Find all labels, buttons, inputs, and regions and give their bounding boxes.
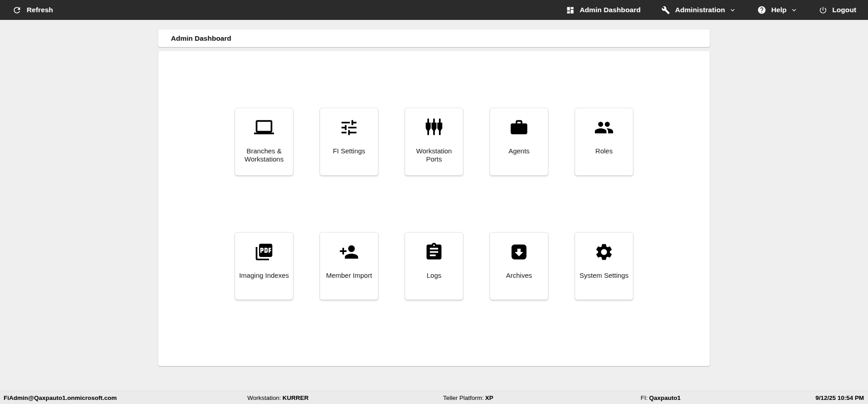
tile-label: FI Settings xyxy=(330,147,368,155)
top-navigation-bar: Refresh Admin Dashboard Administration H… xyxy=(0,0,868,20)
tile-label: Agents xyxy=(506,147,533,155)
clipboard-icon xyxy=(424,242,444,262)
power-icon xyxy=(819,6,827,14)
ports-icon xyxy=(424,118,444,138)
teller-platform-value: XP xyxy=(485,394,493,401)
archive-icon xyxy=(509,242,529,262)
nav-help[interactable]: Help xyxy=(757,5,798,14)
status-bar: FiAdmin@Qaxpauto1.onmicrosoft.com Workst… xyxy=(0,390,868,404)
dashboard-panel: Branches & Workstations FI Settings Work… xyxy=(158,51,710,366)
tile-label: System Settings xyxy=(577,271,631,280)
laptop-icon xyxy=(254,118,274,138)
sliders-icon xyxy=(339,118,359,138)
wrench-icon xyxy=(661,6,670,14)
fi-value: Qaxpauto1 xyxy=(649,394,681,401)
nav-label: Help xyxy=(771,6,787,14)
tile-archives[interactable]: Archives xyxy=(490,232,548,300)
help-icon xyxy=(757,5,766,14)
gear-icon xyxy=(594,242,614,262)
nav-admin-dashboard[interactable]: Admin Dashboard xyxy=(566,6,641,14)
statusbar-teller-platform: Teller Platform:XP xyxy=(443,394,493,401)
tile-fi-settings[interactable]: FI Settings xyxy=(320,108,378,176)
chevron-down-icon xyxy=(729,6,736,14)
workstation-label: Workstation: xyxy=(247,394,281,401)
tile-label: Imaging Indexes xyxy=(236,271,292,280)
briefcase-icon xyxy=(509,118,529,138)
refresh-label: Refresh xyxy=(27,6,53,14)
teller-platform-label: Teller Platform: xyxy=(443,394,484,401)
nav-label: Admin Dashboard xyxy=(580,6,641,14)
pdf-icon xyxy=(254,242,274,262)
page-title-card: Admin Dashboard xyxy=(158,29,710,47)
tile-label: Archives xyxy=(503,271,535,280)
person-add-icon xyxy=(339,242,359,262)
tile-roles[interactable]: Roles xyxy=(575,108,633,176)
workstation-value: KURRER xyxy=(283,394,309,401)
statusbar-workstation: Workstation:KURRER xyxy=(247,394,309,401)
tile-workstation-ports[interactable]: Workstation Ports xyxy=(405,108,463,176)
tile-row-1: Branches & Workstations FI Settings Work… xyxy=(158,108,710,176)
page-title: Admin Dashboard xyxy=(171,34,231,43)
people-icon xyxy=(594,118,614,138)
tile-member-import[interactable]: Member Import xyxy=(320,232,378,300)
tile-label: Roles xyxy=(593,147,615,155)
tile-imaging-indexes[interactable]: Imaging Indexes xyxy=(235,232,293,300)
refresh-icon xyxy=(12,5,22,15)
dashboard-icon xyxy=(566,6,575,14)
tile-label: Workstation Ports xyxy=(405,147,463,163)
refresh-button[interactable]: Refresh xyxy=(12,5,53,15)
tile-label: Logs xyxy=(424,271,444,280)
chevron-down-icon xyxy=(790,6,798,14)
tile-label: Branches & Workstations xyxy=(235,147,293,163)
tile-row-2: Imaging Indexes Member Import Logs Archi… xyxy=(158,232,710,300)
nav-label: Logout xyxy=(832,6,856,14)
statusbar-user: FiAdmin@Qaxpauto1.onmicrosoft.com xyxy=(4,394,117,401)
statusbar-datetime: 9/12/25 10:54 PM xyxy=(816,394,864,401)
nav-logout[interactable]: Logout xyxy=(819,6,856,14)
topbar-nav-group: Admin Dashboard Administration Help xyxy=(566,5,856,14)
tile-agents[interactable]: Agents xyxy=(490,108,548,176)
nav-administration[interactable]: Administration xyxy=(661,6,736,14)
tile-logs[interactable]: Logs xyxy=(405,232,463,300)
statusbar-fi: FI:Qaxpauto1 xyxy=(641,394,681,401)
tile-system-settings[interactable]: System Settings xyxy=(575,232,633,300)
tile-branches-workstations[interactable]: Branches & Workstations xyxy=(235,108,293,176)
nav-label: Administration xyxy=(675,6,725,14)
tile-label: Member Import xyxy=(323,271,375,280)
fi-label: FI: xyxy=(641,394,648,401)
